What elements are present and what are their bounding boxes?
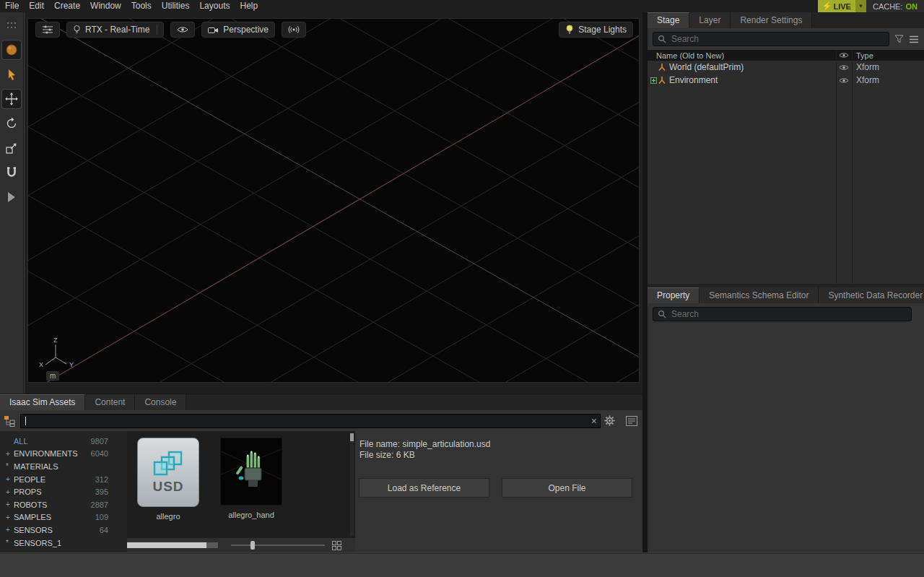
menu-tools[interactable]: Tools <box>126 0 157 12</box>
slider-handle[interactable] <box>250 541 255 550</box>
options-menu-icon[interactable] <box>909 35 919 43</box>
viewport-options-button[interactable] <box>35 22 60 38</box>
list-view-icon[interactable] <box>626 416 637 426</box>
menu-window[interactable]: Window <box>85 0 126 12</box>
play-button[interactable] <box>2 188 21 207</box>
usd-file-icon: USD <box>137 438 199 507</box>
assets-filter-bar: × <box>0 410 642 431</box>
snap-tool-button[interactable] <box>2 163 21 182</box>
category-materials[interactable]: *MATERIALS <box>0 460 127 473</box>
name-column-header[interactable]: Name (Old to New) <box>648 51 836 60</box>
tab-render-settings[interactable]: Render Settings <box>731 12 812 28</box>
category-people[interactable]: +PEOPLE312 <box>0 473 127 486</box>
tab-synthetic-data-recorder[interactable]: Synthetic Data Recorder <box>819 287 924 303</box>
category-props[interactable]: +PROPS395 <box>0 485 127 498</box>
visibility-eye-icon[interactable] <box>836 77 852 84</box>
tree-view-icon[interactable] <box>4 415 17 427</box>
cache-state: ON <box>906 2 918 11</box>
stage-lights-button[interactable]: Stage Lights <box>559 22 633 38</box>
load-as-reference-button[interactable]: Load as Reference <box>359 478 489 498</box>
menu-edit[interactable]: Edit <box>24 0 49 12</box>
right-panel: Stage Layer Render Settings Name (Old to… <box>648 12 924 552</box>
category-sensors-1[interactable]: *SENSORS_1 <box>0 537 127 550</box>
bulb-icon <box>73 25 81 35</box>
isaac-sim-window: File Edit Create Window Tools Utilities … <box>0 0 924 577</box>
stage-tree: World (defaultPrim) Xform Environment <box>648 61 924 284</box>
audio-button[interactable] <box>282 22 306 38</box>
horizontal-scrollbar-track[interactable] <box>206 542 218 548</box>
axis-gizmo: Z X Y <box>38 336 79 370</box>
cache-indicator: CACHE: ON <box>866 0 924 12</box>
live-dropdown-button[interactable]: ▾ <box>855 0 866 12</box>
left-toolbar <box>0 12 24 394</box>
tab-layer[interactable]: Layer <box>689 12 731 28</box>
clear-search-icon[interactable]: × <box>591 414 597 428</box>
stage-table-header[interactable]: Name (Old to New) Type <box>648 50 924 61</box>
menu-utilities[interactable]: Utilities <box>157 0 195 12</box>
tab-semantics-schema-editor[interactable]: Semantics Schema Editor <box>699 287 819 303</box>
stage-search-box[interactable] <box>653 32 889 46</box>
move-tool-button[interactable] <box>2 90 21 108</box>
category-all[interactable]: ALL9807 <box>0 435 127 448</box>
viewport-toolbar: RTX - Real-Time Perspective <box>35 22 306 38</box>
thumbnail-size-slider[interactable] <box>231 540 325 550</box>
stage-search-input[interactable] <box>670 33 884 45</box>
menu-layouts[interactable]: Layouts <box>194 0 235 12</box>
assets-search-input[interactable] <box>20 414 601 428</box>
visibility-column-header[interactable] <box>836 52 852 58</box>
asset-grid: USD allegro <box>127 431 355 552</box>
horizontal-scrollbar-handle[interactable] <box>127 542 206 548</box>
grid-view-button[interactable] <box>332 541 341 550</box>
property-search-box[interactable] <box>653 307 912 321</box>
menu-create[interactable]: Create <box>49 0 85 12</box>
camera-dropdown[interactable]: Perspective <box>201 22 275 38</box>
panel-divider[interactable] <box>642 12 648 552</box>
asset-item-allegro-hand[interactable]: allegro_hand <box>219 438 284 519</box>
filter-icon[interactable] <box>894 35 904 43</box>
expand-plus-icon[interactable] <box>648 77 658 84</box>
file-size-line: File size: 6 KB <box>359 450 642 461</box>
menu-file[interactable]: File <box>0 0 24 12</box>
eye-icon <box>839 77 849 84</box>
sliders-icon <box>42 25 53 34</box>
open-file-button[interactable]: Open File <box>502 478 632 498</box>
vertical-scrollbar[interactable] <box>350 433 354 536</box>
type-column-header[interactable]: Type <box>852 51 924 60</box>
tab-isaac-sim-assets[interactable]: Isaac Sim Assets <box>0 394 85 410</box>
asset-grid-footer <box>127 538 355 552</box>
asset-label: allegro <box>136 512 201 521</box>
category-environments[interactable]: +ENVIRONMENTS6040 <box>0 448 127 461</box>
tab-console[interactable]: Console <box>135 394 186 410</box>
tab-content[interactable]: Content <box>85 394 135 410</box>
rotate-tool-button[interactable] <box>2 114 21 133</box>
category-robots[interactable]: +ROBOTS2887 <box>0 498 127 511</box>
category-sensors[interactable]: +SENSORS64 <box>0 524 127 537</box>
usd-badge: USD <box>152 479 183 495</box>
prim-name: World (defaultPrim) <box>669 62 836 72</box>
omniverse-ball-icon[interactable] <box>2 40 21 59</box>
visibility-menu-button[interactable] <box>170 22 195 38</box>
visibility-eye-icon[interactable] <box>836 64 852 71</box>
axis-z-label: Z <box>53 337 58 344</box>
status-strip <box>0 553 924 577</box>
renderer-dropdown[interactable]: RTX - Real-Time <box>66 22 164 38</box>
viewport-canvas[interactable]: RTX - Real-Time Perspective Stage Lights <box>27 18 640 383</box>
stage-row-environment[interactable]: Environment Xform <box>648 74 924 87</box>
property-tabs: Property Semantics Schema Editor Synthet… <box>648 287 924 303</box>
live-badge[interactable]: ⚡ LIVE <box>818 0 855 12</box>
prim-type: Xform <box>852 62 924 72</box>
asset-item-allegro[interactable]: USD allegro <box>136 438 201 521</box>
menu-help[interactable]: Help <box>235 0 263 12</box>
category-samples[interactable]: +SAMPLES109 <box>0 511 127 524</box>
scrollbar-handle[interactable] <box>350 433 354 441</box>
stage-search-row <box>648 28 924 50</box>
scale-tool-button[interactable] <box>2 139 21 157</box>
eye-icon <box>177 26 188 33</box>
select-tool-button[interactable] <box>2 65 21 84</box>
property-search-input[interactable] <box>670 308 907 320</box>
tab-stage[interactable]: Stage <box>648 12 689 28</box>
tab-property[interactable]: Property <box>648 287 699 303</box>
gear-icon[interactable] <box>604 415 615 426</box>
stage-row-world[interactable]: World (defaultPrim) Xform <box>648 61 924 74</box>
eye-icon <box>839 64 849 71</box>
